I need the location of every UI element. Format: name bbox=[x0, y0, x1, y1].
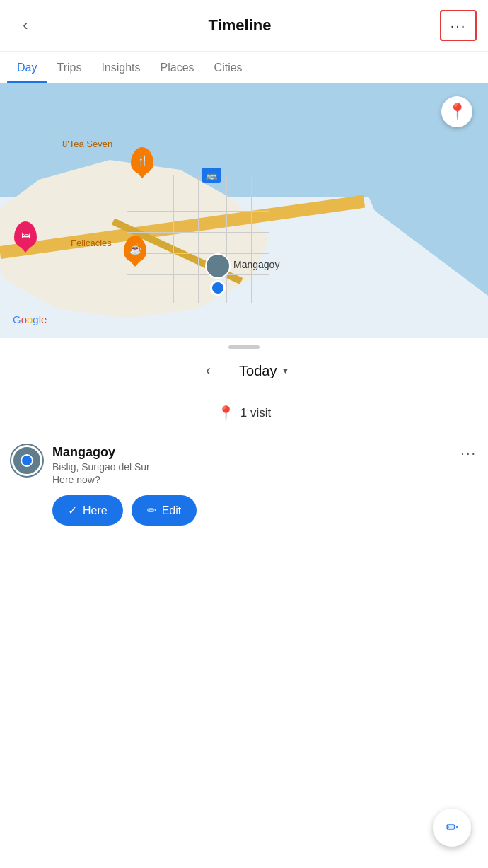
location-info: Mangagoy Bislig, Surigao del Sur Here no… bbox=[52, 445, 477, 526]
location-avatar bbox=[11, 445, 42, 476]
grid-line bbox=[149, 175, 149, 303]
city-grid bbox=[127, 175, 269, 303]
here-button-label: Here bbox=[83, 504, 108, 517]
edit-pencil-icon: ✏ bbox=[147, 504, 156, 517]
location-actions: ✓ Here ✏ Edit bbox=[52, 495, 477, 526]
date-navigation: ‹ Today ▼ bbox=[0, 352, 488, 393]
location-here-now-label: Here now? bbox=[52, 474, 477, 485]
location-avatar-inner bbox=[21, 454, 33, 467]
hotel-pin-shape: 🛏 bbox=[14, 221, 37, 248]
user-avatar bbox=[205, 253, 231, 279]
user-location-pin bbox=[205, 253, 231, 296]
tab-insights[interactable]: Insights bbox=[91, 52, 150, 83]
grid-line bbox=[198, 175, 199, 303]
here-check-icon: ✓ bbox=[68, 504, 77, 517]
map-background: 📍 🛏 🍴 🚌 ☕ 8'Tea Seven Felicacies Mangago… bbox=[0, 83, 488, 338]
prev-date-button[interactable]: ‹ bbox=[199, 359, 218, 383]
drag-handle-bar bbox=[228, 345, 260, 349]
location-pin-icon[interactable]: 📍 bbox=[441, 96, 472, 127]
date-caret-icon: ▼ bbox=[281, 366, 289, 376]
restaurant-pin[interactable]: 🍴 bbox=[131, 147, 153, 174]
tab-places[interactable]: Places bbox=[151, 52, 204, 83]
tab-day[interactable]: Day bbox=[7, 52, 47, 83]
tabs-bar: Day Trips Insights Places Cities bbox=[0, 52, 488, 83]
hotel-pin[interactable]: 🛏 bbox=[14, 221, 40, 251]
label-8tea-seven: 8'Tea Seven bbox=[62, 139, 112, 149]
cafe-pin-shape: ☕ bbox=[124, 236, 146, 262]
location-card: Mangagoy Bislig, Surigao del Sur Here no… bbox=[0, 432, 488, 537]
transit-badge: 🚌 bbox=[202, 168, 221, 183]
more-options-button[interactable]: ··· bbox=[440, 10, 477, 41]
tab-cities[interactable]: Cities bbox=[204, 52, 252, 83]
location-more-button[interactable]: ··· bbox=[460, 445, 477, 461]
tab-trips[interactable]: Trips bbox=[47, 52, 91, 83]
header: ‹ Timeline ··· bbox=[0, 0, 488, 52]
fab-edit-button[interactable]: ✏ bbox=[433, 809, 471, 847]
label-felicacies: Felicacies bbox=[71, 238, 112, 248]
grid-line bbox=[173, 175, 174, 303]
drag-handle[interactable] bbox=[0, 338, 488, 352]
grid-line bbox=[251, 175, 252, 303]
here-button[interactable]: ✓ Here bbox=[52, 495, 123, 526]
cafe-pin[interactable]: ☕ bbox=[124, 236, 146, 262]
edit-button[interactable]: ✏ Edit bbox=[132, 495, 197, 526]
location-name: Mangagoy bbox=[52, 445, 477, 460]
map-view[interactable]: 📍 🛏 🍴 🚌 ☕ 8'Tea Seven Felicacies Mangago… bbox=[0, 83, 488, 338]
visit-count-text: 1 visit bbox=[240, 406, 271, 420]
date-label[interactable]: Today ▼ bbox=[239, 363, 289, 379]
edit-button-label: Edit bbox=[162, 504, 182, 517]
google-logo: Google bbox=[13, 313, 47, 325]
visit-pin-icon: 📍 bbox=[217, 405, 235, 422]
back-button[interactable]: ‹ bbox=[11, 16, 40, 35]
location-address: Bislig, Surigao del Sur bbox=[52, 461, 477, 473]
restaurant-pin-shape: 🍴 bbox=[131, 147, 153, 174]
fab-edit-icon: ✏ bbox=[446, 818, 458, 837]
label-mangagoy: Mangagoy bbox=[233, 259, 279, 270]
date-text: Today bbox=[239, 363, 277, 379]
user-dot bbox=[210, 280, 226, 296]
transit-pin[interactable]: 🚌 bbox=[202, 168, 221, 181]
page-title: Timeline bbox=[40, 16, 440, 35]
visit-count-row: 📍 1 visit bbox=[0, 393, 488, 432]
